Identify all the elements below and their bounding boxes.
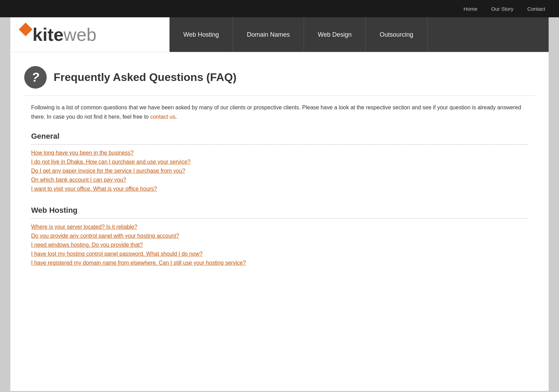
list-item: I do not live in Dhaka. How can I purcha… [31,159,528,165]
logo-diamond-icon [19,22,33,36]
section-divider-general [31,144,528,145]
faq-link[interactable]: Where is your server located? Is it reli… [31,224,137,230]
list-item: Where is your server located? Is it reli… [31,224,528,230]
list-item: I have lost my hosting control panel pas… [31,251,528,257]
faq-section-web-hosting: Web Hosting Where is your server located… [24,206,535,266]
list-item: I want to visit your office. What is you… [31,186,528,192]
logo-area: kiteweb [10,17,169,52]
main-nav: Web Hosting Domain Names Web Design Outs… [169,17,549,52]
list-item: Do you provide any control panel with yo… [31,233,528,239]
list-item: I have registered my domain name from el… [31,260,528,266]
logo-kite: kite [33,24,64,45]
nav-our-story[interactable]: Our Story [491,6,513,12]
site-logo: kiteweb [21,24,97,45]
nav-domain-names[interactable]: Domain Names [233,17,304,52]
faq-links-web-hosting: Where is your server located? Is it reli… [31,224,528,266]
faq-link[interactable]: Do I get any paper invoice for the servi… [31,168,185,174]
site-header: kiteweb Web Hosting Domain Names Web Des… [10,17,549,52]
nav-web-hosting[interactable]: Web Hosting [169,17,233,52]
faq-link[interactable]: Do you provide any control panel with yo… [31,233,179,239]
faq-link[interactable]: I need windows hosting. Do you provide t… [31,242,143,248]
question-mark-icon: ? [32,70,39,85]
faq-header: ? Frequently Asked Questions (FAQ) [24,59,535,96]
nav-home[interactable]: Home [464,6,477,12]
contact-us-link[interactable]: contact us [150,114,175,120]
list-item: How long have you been in the business? [31,150,528,156]
section-title-general: General [31,132,528,141]
faq-intro: Following is a list of common questions … [24,103,535,121]
list-item: On which bank account I can pay you? [31,177,528,183]
faq-icon: ? [24,66,47,89]
intro-text-start: Following is a list of common questions … [31,104,521,120]
faq-link[interactable]: How long have you been in the business? [31,150,134,156]
section-divider-web-hosting [31,218,528,219]
main-container: kiteweb Web Hosting Domain Names Web Des… [10,17,549,391]
faq-link[interactable]: I do not live in Dhaka. How can I purcha… [31,159,191,165]
logo-web: web [64,24,97,45]
list-item: Do I get any paper invoice for the servi… [31,168,528,174]
section-title-web-hosting: Web Hosting [31,206,528,215]
faq-link[interactable]: I want to visit your office. What is you… [31,186,157,192]
top-nav: Home Our Story Contact [0,0,559,17]
intro-text-end: . [175,114,177,120]
nav-contact[interactable]: Contact [527,6,545,12]
list-item: I need windows hosting. Do you provide t… [31,242,528,248]
faq-link[interactable]: On which bank account I can pay you? [31,177,126,183]
page-content: ? Frequently Asked Questions (FAQ) Follo… [10,52,549,287]
faq-title: Frequently Asked Questions (FAQ) [54,71,237,84]
faq-links-general: How long have you been in the business? … [31,150,528,192]
faq-section-general: General How long have you been in the bu… [24,132,535,192]
faq-link[interactable]: I have lost my hosting control panel pas… [31,251,202,257]
faq-link[interactable]: I have registered my domain name from el… [31,260,246,266]
nav-web-design[interactable]: Web Design [304,17,366,52]
nav-outsourcing[interactable]: Outsourcing [366,17,427,52]
